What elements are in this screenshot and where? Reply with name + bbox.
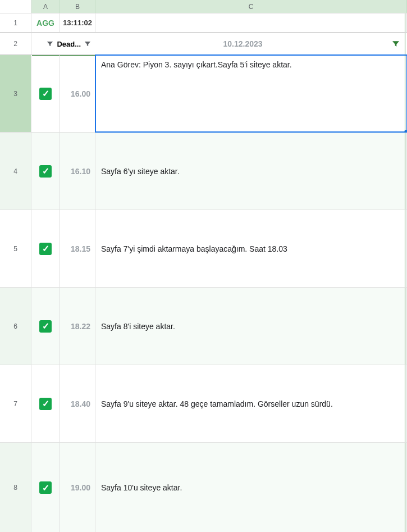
column-header-row: A B C	[0, 0, 407, 13]
checkmark-icon: ✓	[42, 483, 49, 493]
cell-C6-text[interactable]: Sayfa 8'i siteye aktar.	[95, 288, 407, 365]
cell-B7-time[interactable]: 18.40	[60, 365, 95, 442]
checkmark-icon: ✓	[42, 321, 49, 331]
cell-C1[interactable]	[95, 13, 407, 32]
date-label: 10.12.2023	[223, 39, 262, 48]
row-1: 1 AGG 13:11:02	[0, 13, 407, 33]
row-8: 8 ✓ 19.00 Sayfa 10'u siteye aktar.	[0, 443, 407, 532]
cell-B3-time[interactable]: 16.00	[60, 55, 95, 132]
checkmark-icon: ✓	[42, 398, 49, 409]
cell-A1-agg[interactable]: AGG	[31, 13, 60, 32]
cell-C3-text[interactable]: Ana Görev: Piyon 3. sayıyı çıkart.Sayfa …	[95, 55, 407, 132]
cell-B6-time[interactable]: 18.22	[60, 288, 95, 365]
cell-B5-time[interactable]: 18.15	[60, 210, 95, 287]
deadline-label: Dead...	[57, 40, 81, 48]
column-header-C[interactable]: C	[95, 0, 407, 13]
cell-B4-time[interactable]: 16.10	[60, 133, 95, 210]
cell-text: Ana Görev: Piyon 3. sayıyı çıkart.Sayfa …	[101, 58, 292, 71]
deadline-header[interactable]: Dead...	[31, 33, 95, 54]
cell-A7-checkbox[interactable]: ✓	[31, 365, 60, 442]
checkmark-icon: ✓	[42, 166, 49, 176]
cell-C5-text[interactable]: Sayfa 7'yi şimdi aktarmaya başlayacağım.…	[95, 210, 407, 287]
filter-icon[interactable]	[45, 39, 54, 48]
cell-A6-checkbox[interactable]: ✓	[31, 288, 60, 365]
checkbox-checked-icon[interactable]: ✓	[39, 243, 52, 255]
row-6: 6 ✓ 18.22 Sayfa 8'i siteye aktar.	[0, 288, 407, 365]
cell-A3-checkbox[interactable]: ✓	[31, 55, 60, 132]
row-5: 5 ✓ 18.15 Sayfa 7'yi şimdi aktarmaya baş…	[0, 210, 407, 288]
row-2-header: 2 Dead... 10.12.2023	[0, 33, 407, 55]
row-4: 4 ✓ 16.10 Sayfa 6'yı siteye aktar.	[0, 133, 407, 210]
cell-C7-text[interactable]: Sayfa 9'u siteye aktar. 48 geçe tamamlad…	[95, 365, 407, 442]
cell-B1-time[interactable]: 13:11:02	[60, 13, 95, 32]
column-header-B[interactable]: B	[60, 0, 95, 13]
cell-A4-checkbox[interactable]: ✓	[31, 133, 60, 210]
column-header-A[interactable]: A	[31, 0, 60, 13]
cell-A8-checkbox[interactable]: ✓	[31, 443, 60, 532]
corner-cell[interactable]	[0, 0, 31, 13]
spreadsheet: A B C 1 AGG 13:11:02 2 Dead... 10.1	[0, 0, 407, 532]
row-header-1[interactable]: 1	[0, 13, 31, 32]
cell-A5-checkbox[interactable]: ✓	[31, 210, 60, 287]
checkmark-icon: ✓	[42, 243, 49, 254]
row-7: 7 ✓ 18.40 Sayfa 9'u siteye aktar. 48 geç…	[0, 365, 407, 443]
checkbox-checked-icon[interactable]: ✓	[39, 481, 52, 494]
checkbox-checked-icon[interactable]: ✓	[39, 165, 52, 178]
checkbox-checked-icon[interactable]: ✓	[39, 320, 52, 333]
filter-icon[interactable]	[83, 39, 92, 48]
row-3: 3 ✓ 16.00 Ana Görev: Piyon 3. sayıyı çık…	[0, 55, 407, 133]
checkbox-checked-icon[interactable]: ✓	[39, 398, 52, 410]
row-header-5[interactable]: 5	[0, 210, 31, 287]
row-header-4[interactable]: 4	[0, 133, 31, 210]
date-header[interactable]: 10.12.2023	[95, 33, 407, 54]
checkmark-icon: ✓	[42, 88, 49, 99]
cell-C8-text[interactable]: Sayfa 10'u siteye aktar.	[95, 443, 407, 532]
filter-icon[interactable]	[391, 39, 400, 48]
cell-B8-time[interactable]: 19.00	[60, 443, 95, 532]
cell-C4-text[interactable]: Sayfa 6'yı siteye aktar.	[95, 133, 407, 210]
row-header-7[interactable]: 7	[0, 365, 31, 442]
row-header-6[interactable]: 6	[0, 288, 31, 365]
row-header-3[interactable]: 3	[0, 55, 31, 132]
checkbox-checked-icon[interactable]: ✓	[39, 88, 52, 100]
row-header-2[interactable]: 2	[0, 33, 31, 54]
row-header-8[interactable]: 8	[0, 443, 31, 532]
